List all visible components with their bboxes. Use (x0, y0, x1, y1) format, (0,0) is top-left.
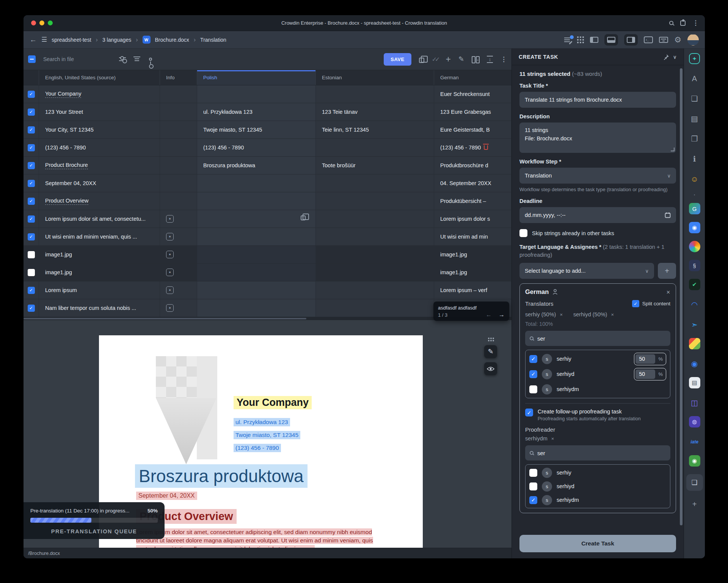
translator-checkbox[interactable] (529, 385, 537, 393)
drag-handle-icon[interactable] (488, 338, 493, 341)
machine-translation-icon[interactable] (688, 72, 701, 85)
german-cell[interactable]: image1.jpg (434, 246, 511, 263)
preview-visibility-button[interactable] (484, 362, 497, 375)
translator-checkbox[interactable]: ✓ (529, 355, 537, 363)
filter-icon[interactable] (133, 57, 140, 62)
preview-address-line[interactable]: Twoje miasto, ST 12345 (234, 431, 300, 439)
row-checkbox[interactable] (28, 269, 35, 276)
next-arrow-icon[interactable] (499, 311, 505, 318)
preview-company-name[interactable]: Your Company (234, 396, 312, 409)
info-cell[interactable]: ✶ (160, 281, 197, 299)
info-cell[interactable] (160, 192, 197, 210)
table-row[interactable]: ✓Your CompanyEuer Schreckensunt (24, 85, 511, 103)
search-in-file-input[interactable]: Search in file (43, 56, 111, 62)
select-all-checkbox[interactable] (28, 55, 36, 63)
row-checkbox-cell[interactable]: ✓ (24, 210, 39, 228)
create-task-tool-icon[interactable] (686, 474, 703, 491)
comments-icon[interactable] (688, 92, 701, 105)
user-avatar[interactable] (687, 34, 699, 46)
eye-app-icon[interactable] (688, 357, 701, 371)
skip-strings-row[interactable]: Skip strings already in other tasks (519, 229, 676, 237)
german-cell[interactable]: Eure Geisterstadt, B (434, 121, 511, 138)
row-checkbox-cell[interactable]: ✓ (24, 121, 39, 138)
breadcrumb-file[interactable]: Brochure.docx (155, 37, 189, 43)
remove-proofreader-icon[interactable]: × (551, 436, 554, 442)
polish-cell[interactable]: (123) 456 - 7890 (197, 139, 316, 156)
breadcrumb-project[interactable]: spreadsheet-test (52, 37, 91, 43)
iate-logo-icon[interactable] (688, 435, 701, 449)
pin-icon[interactable] (663, 54, 669, 60)
source-cell[interactable]: 123 Your Street (39, 103, 160, 121)
table-row[interactable]: ✓Lorem ipsum dolor sit amet, consectetu.… (24, 210, 511, 228)
row-checkbox[interactable]: ✓ (28, 287, 35, 294)
row-checkbox-cell[interactable]: ✓ (24, 228, 39, 245)
previous-arrow-icon[interactable] (486, 311, 492, 318)
info-cell[interactable] (160, 139, 197, 156)
info-cell[interactable]: ✶ (160, 228, 197, 245)
estonian-cell[interactable] (316, 246, 434, 263)
task-title-input[interactable]: Translate 11 strings from Brochure.docx (519, 92, 676, 108)
row-checkbox-cell[interactable]: ✓ (24, 103, 39, 121)
source-cell[interactable]: image1.jpg (39, 264, 160, 281)
description-textarea[interactable]: 11 strings File: Brochure.docx (519, 123, 676, 153)
table-row[interactable]: ✓Product BrochureBroszura produktowaToot… (24, 157, 511, 174)
glossary-card-icon[interactable] (688, 112, 701, 126)
row-checkbox[interactable]: ✓ (28, 144, 35, 151)
estonian-cell[interactable] (316, 174, 434, 192)
german-cell[interactable]: Produktübersicht – (434, 192, 511, 210)
preview-edit-button[interactable] (484, 345, 497, 358)
breadcrumb-step[interactable]: Translation (200, 37, 226, 43)
percent-input[interactable]: 50% (634, 368, 666, 380)
split-content-checkbox[interactable]: ✓ (632, 300, 639, 307)
add-string-icon[interactable] (446, 54, 450, 64)
breadcrumb-languages[interactable]: 3 languages (102, 37, 131, 43)
info-cell[interactable] (160, 174, 197, 192)
green-eye-app-icon[interactable] (689, 455, 700, 467)
row-checkbox-cell[interactable]: ✓ (24, 85, 39, 103)
source-cell[interactable]: Your Company (39, 85, 160, 103)
close-window-button[interactable] (31, 20, 36, 25)
translator-option[interactable]: sserhiydm (529, 382, 666, 397)
right-panel-toggle[interactable] (624, 34, 638, 46)
preview-date[interactable]: September 04, 20XX (136, 492, 197, 500)
collapse-panel-icon[interactable] (673, 54, 677, 60)
estonian-cell[interactable] (316, 192, 434, 210)
more-options-icon[interactable] (500, 55, 507, 63)
column-header-german[interactable]: German (434, 70, 511, 85)
panel-scrollbar-thumb[interactable] (680, 68, 682, 525)
proofreader-checkbox[interactable]: ✓ (529, 496, 537, 504)
german-cell[interactable]: Euer Schreckensunt (434, 85, 511, 103)
row-checkbox[interactable]: ✓ (28, 180, 35, 187)
separator-dot-icon[interactable] (688, 192, 701, 198)
row-checkbox[interactable]: ✓ (28, 215, 35, 223)
german-cell[interactable]: Lorem ipsum – verf (434, 281, 511, 299)
translator-option[interactable]: ✓sserhiyd50% (529, 366, 666, 382)
row-checkbox[interactable]: ✓ (28, 305, 35, 312)
purple-app-icon[interactable] (689, 416, 700, 427)
extensions-icon[interactable] (680, 20, 686, 26)
copy-source-icon[interactable] (419, 58, 424, 63)
polish-cell[interactable] (197, 281, 316, 299)
info-cell[interactable] (160, 157, 197, 174)
source-cell[interactable]: image1.jpg (39, 246, 160, 263)
deadline-input[interactable]: dd.mm.yyyy, --:-- (519, 207, 676, 223)
estonian-cell[interactable] (316, 264, 434, 281)
preview-app-icon[interactable] (689, 222, 700, 233)
approve-all-icon[interactable] (432, 56, 438, 63)
row-checkbox-cell[interactable]: ✓ (24, 157, 39, 174)
proofreader-option[interactable]: sserhiy (529, 466, 666, 479)
split-content-row[interactable]: ✓ Split content (632, 300, 670, 307)
row-height-icon[interactable] (487, 56, 493, 63)
language-select[interactable]: Select language to add... (519, 263, 654, 279)
info-cell[interactable]: ✶ (160, 299, 197, 317)
translator-search-input[interactable]: ser (525, 331, 670, 346)
color-wheel-icon[interactable] (689, 241, 700, 252)
table-row[interactable]: ✓September 04, 20XX04. September 20XX (24, 174, 511, 192)
table-row[interactable]: ✓123 Your Streetul. Przykładowa 123123 T… (24, 103, 511, 121)
estonian-cell[interactable]: 123 Teie tänav (316, 103, 434, 121)
polish-cell[interactable] (197, 192, 316, 210)
column-header-polish[interactable]: Polish (197, 70, 316, 85)
estonian-cell[interactable] (316, 139, 434, 156)
remove-translator-icon[interactable]: × (560, 312, 563, 317)
row-checkbox-cell[interactable]: ✓ (24, 299, 39, 317)
